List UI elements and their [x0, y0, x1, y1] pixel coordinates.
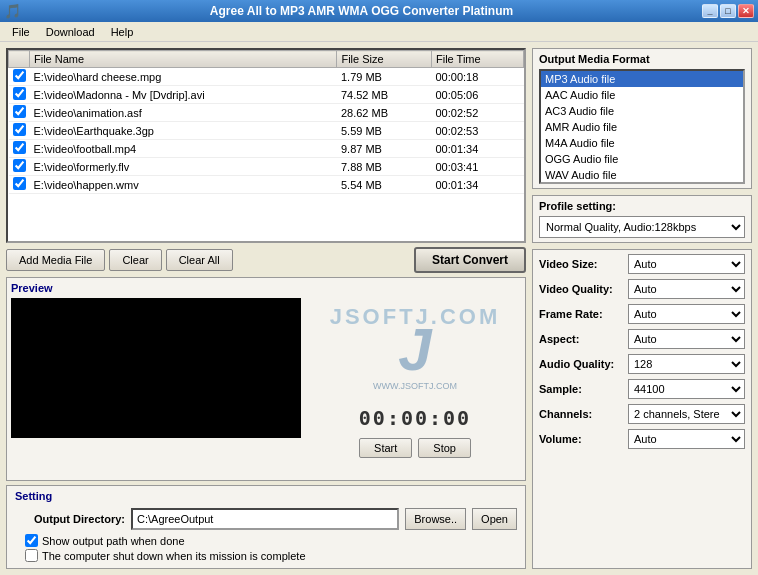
output-dir-input[interactable]	[131, 508, 399, 530]
file-size-cell: 9.87 MB	[337, 140, 432, 158]
file-name-cell: E:\video\happen.wmv	[30, 176, 337, 194]
preview-video	[11, 298, 301, 438]
video-quality-row: Video Quality: Auto	[539, 279, 745, 299]
profile-section: Profile setting: Normal Quality, Audio:1…	[532, 195, 752, 243]
file-time-cell: 00:01:34	[431, 140, 523, 158]
file-name-cell: E:\video\Madonna - Mv [Dvdrip].avi	[30, 86, 337, 104]
minimize-button[interactable]: _	[702, 4, 718, 18]
menu-help[interactable]: Help	[103, 24, 142, 40]
col-filename[interactable]: File Name	[30, 51, 337, 68]
sample-row: Sample: 44100	[539, 379, 745, 399]
table-row: E:\video\animation.asf 28.62 MB 00:02:52	[9, 104, 524, 122]
clear-button[interactable]: Clear	[109, 249, 161, 271]
video-size-select[interactable]: Auto	[628, 254, 745, 274]
close-button[interactable]: ✕	[738, 4, 754, 18]
file-name-cell: E:\video\Earthquake.3gp	[30, 122, 337, 140]
file-checkbox-2[interactable]	[13, 105, 26, 118]
file-time-cell: 00:00:18	[431, 68, 523, 86]
video-size-row: Video Size: Auto	[539, 254, 745, 274]
app-icon: 🎵	[4, 3, 21, 19]
audio-quality-select[interactable]: 128	[628, 354, 745, 374]
preview-controls: JSOFTJ.COM J WWW.JSOFTJ.COM 00:00:00 Sta…	[309, 298, 521, 458]
volume-label: Volume:	[539, 433, 624, 445]
preview-section: Preview JSOFTJ.COM J WWW.JSOFTJ.COM 00:0…	[6, 277, 526, 481]
profile-label: Profile setting:	[539, 200, 745, 212]
file-time-cell: 00:01:34	[431, 176, 523, 194]
shutdown-label: The computer shut down when its mission …	[42, 550, 306, 562]
volume-select[interactable]: Auto	[628, 429, 745, 449]
file-checkbox-3[interactable]	[13, 123, 26, 136]
video-size-label: Video Size:	[539, 258, 624, 270]
volume-row: Volume: Auto	[539, 429, 745, 449]
right-panel: Output Media Format MP3 Audio fileAAC Au…	[532, 48, 752, 569]
format-item[interactable]: OGG Audio file	[541, 151, 743, 167]
browse-button[interactable]: Browse..	[405, 508, 466, 530]
watermark-line2: J	[309, 323, 521, 377]
shutdown-checkbox[interactable]	[25, 549, 38, 562]
sample-select[interactable]: 44100	[628, 379, 745, 399]
file-checkbox-1[interactable]	[13, 87, 26, 100]
left-panel: File Name File Size File Time E:\video\h…	[6, 48, 526, 569]
start-button[interactable]: Start	[359, 438, 412, 458]
output-dir-label: Output Directory:	[15, 513, 125, 525]
menu-file[interactable]: File	[4, 24, 38, 40]
open-button[interactable]: Open	[472, 508, 517, 530]
table-row: E:\video\formerly.flv 7.88 MB 00:03:41	[9, 158, 524, 176]
frame-rate-select[interactable]: Auto	[628, 304, 745, 324]
file-name-cell: E:\video\animation.asf	[30, 104, 337, 122]
file-checkbox-4[interactable]	[13, 141, 26, 154]
show-output-checkbox[interactable]	[25, 534, 38, 547]
setting-label: Setting	[15, 490, 517, 502]
start-convert-button[interactable]: Start Convert	[414, 247, 526, 273]
file-time-cell: 00:02:52	[431, 104, 523, 122]
aspect-label: Aspect:	[539, 333, 624, 345]
channels-label: Channels:	[539, 408, 624, 420]
clear-all-button[interactable]: Clear All	[166, 249, 233, 271]
format-item[interactable]: AAC Audio file	[541, 87, 743, 103]
table-row: E:\video\Earthquake.3gp 5.59 MB 00:02:53	[9, 122, 524, 140]
sample-label: Sample:	[539, 383, 624, 395]
file-size-cell: 1.79 MB	[337, 68, 432, 86]
col-filesize[interactable]: File Size	[337, 51, 432, 68]
watermark-small: WWW.JSOFTJ.COM	[309, 381, 521, 391]
format-item[interactable]: MP3 Audio file	[541, 71, 743, 87]
table-row: E:\video\football.mp4 9.87 MB 00:01:34	[9, 140, 524, 158]
aspect-row: Aspect: Auto	[539, 329, 745, 349]
watermark-area: JSOFTJ.COM J WWW.JSOFTJ.COM	[309, 298, 521, 398]
file-checkbox-5[interactable]	[13, 159, 26, 172]
col-filetime[interactable]: File Time	[431, 51, 523, 68]
preview-label: Preview	[11, 282, 521, 294]
menu-download[interactable]: Download	[38, 24, 103, 40]
file-name-cell: E:\video\hard cheese.mpg	[30, 68, 337, 86]
checkbox-row-1: Show output path when done	[25, 534, 517, 547]
add-media-button[interactable]: Add Media File	[6, 249, 105, 271]
table-row: E:\video\hard cheese.mpg 1.79 MB 00:00:1…	[9, 68, 524, 86]
file-checkbox-0[interactable]	[13, 69, 26, 82]
format-item[interactable]: WAV Audio file	[541, 167, 743, 183]
title-controls: _ □ ✕	[702, 4, 754, 18]
file-size-cell: 5.54 MB	[337, 176, 432, 194]
file-size-cell: 28.62 MB	[337, 104, 432, 122]
profile-select[interactable]: Normal Quality, Audio:128kbps	[539, 216, 745, 238]
channels-select[interactable]: 2 channels, Stere	[628, 404, 745, 424]
file-checkbox-6[interactable]	[13, 177, 26, 190]
format-item[interactable]: M4A Audio file	[541, 135, 743, 151]
playback-buttons: Start Stop	[359, 438, 471, 458]
title-bar-text: Agree All to MP3 AMR WMA OGG Converter P…	[21, 4, 702, 18]
title-bar: 🎵 Agree All to MP3 AMR WMA OGG Converter…	[0, 0, 758, 22]
frame-rate-row: Frame Rate: Auto	[539, 304, 745, 324]
format-item[interactable]: AC3 Audio file	[541, 103, 743, 119]
aspect-select[interactable]: Auto	[628, 329, 745, 349]
video-quality-select[interactable]: Auto	[628, 279, 745, 299]
file-table: File Name File Size File Time E:\video\h…	[8, 50, 524, 194]
file-time-cell: 00:03:41	[431, 158, 523, 176]
setting-section: Setting Output Directory: Browse.. Open …	[6, 485, 526, 569]
stop-button[interactable]: Stop	[418, 438, 471, 458]
maximize-button[interactable]: □	[720, 4, 736, 18]
frame-rate-label: Frame Rate:	[539, 308, 624, 320]
file-size-cell: 74.52 MB	[337, 86, 432, 104]
params-section: Video Size: Auto Video Quality: Auto Fra…	[532, 249, 752, 569]
file-time-cell: 00:05:06	[431, 86, 523, 104]
table-row: E:\video\happen.wmv 5.54 MB 00:01:34	[9, 176, 524, 194]
format-item[interactable]: AMR Audio file	[541, 119, 743, 135]
